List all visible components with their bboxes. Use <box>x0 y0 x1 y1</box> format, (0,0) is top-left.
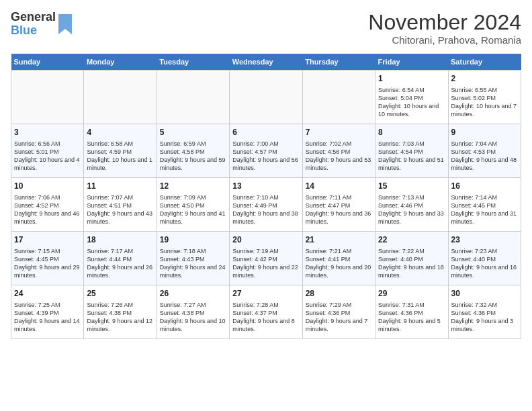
calendar-day-23: 23Sunrise: 7:23 AM Sunset: 4:40 PM Dayli… <box>448 232 521 285</box>
day-content: Sunrise: 7:13 AM Sunset: 4:46 PM Dayligh… <box>378 193 445 226</box>
day-content: Sunrise: 7:17 AM Sunset: 4:44 PM Dayligh… <box>87 247 153 280</box>
calendar-day-25: 25Sunrise: 7:26 AM Sunset: 4:38 PM Dayli… <box>84 285 157 339</box>
day-content: Sunrise: 7:04 AM Sunset: 4:53 PM Dayligh… <box>451 140 518 173</box>
day-content: Sunrise: 7:03 AM Sunset: 4:54 PM Dayligh… <box>378 140 445 173</box>
calendar-week-2: 3Sunrise: 6:56 AM Sunset: 5:01 PM Daylig… <box>11 124 521 178</box>
day-number: 20 <box>232 234 299 246</box>
day-number: 22 <box>378 234 445 246</box>
calendar-day-26: 26Sunrise: 7:27 AM Sunset: 4:38 PM Dayli… <box>157 285 229 339</box>
day-content: Sunrise: 7:26 AM Sunset: 4:38 PM Dayligh… <box>87 301 153 334</box>
day-content: Sunrise: 7:00 AM Sunset: 4:57 PM Dayligh… <box>232 140 299 173</box>
calendar-table: SundayMondayTuesdayWednesdayThursdayFrid… <box>11 54 521 339</box>
weekday-header-saturday: Saturday <box>448 54 521 71</box>
day-number: 7 <box>306 127 372 138</box>
day-content: Sunrise: 7:18 AM Sunset: 4:43 PM Dayligh… <box>160 247 226 280</box>
calendar-day-15: 15Sunrise: 7:13 AM Sunset: 4:46 PM Dayli… <box>375 178 448 232</box>
calendar-empty-cell <box>230 71 302 124</box>
calendar-day-29: 29Sunrise: 7:31 AM Sunset: 4:36 PM Dayli… <box>375 285 448 339</box>
calendar-week-3: 10Sunrise: 7:06 AM Sunset: 4:52 PM Dayli… <box>11 178 521 232</box>
calendar-day-20: 20Sunrise: 7:19 AM Sunset: 4:42 PM Dayli… <box>230 232 302 285</box>
weekday-header-thursday: Thursday <box>302 54 375 71</box>
day-number: 24 <box>14 288 81 300</box>
day-number: 8 <box>378 127 445 138</box>
day-number: 10 <box>14 181 81 192</box>
logo: General Blue <box>11 11 72 38</box>
calendar-day-17: 17Sunrise: 7:15 AM Sunset: 4:45 PM Dayli… <box>11 232 84 285</box>
calendar-day-13: 13Sunrise: 7:10 AM Sunset: 4:49 PM Dayli… <box>230 178 302 232</box>
day-content: Sunrise: 7:07 AM Sunset: 4:51 PM Dayligh… <box>87 193 153 226</box>
page-header: General Blue November 2024 Chitorani, Pr… <box>11 11 521 46</box>
day-content: Sunrise: 7:25 AM Sunset: 4:39 PM Dayligh… <box>14 301 81 334</box>
day-content: Sunrise: 7:15 AM Sunset: 4:45 PM Dayligh… <box>14 247 81 280</box>
calendar-day-5: 5Sunrise: 6:59 AM Sunset: 4:58 PM Daylig… <box>157 124 229 178</box>
day-content: Sunrise: 6:56 AM Sunset: 5:01 PM Dayligh… <box>14 140 81 173</box>
day-number: 16 <box>451 181 518 192</box>
calendar-day-1: 1Sunrise: 6:54 AM Sunset: 5:04 PM Daylig… <box>375 71 448 124</box>
weekday-header-friday: Friday <box>375 54 448 71</box>
day-number: 11 <box>87 181 153 192</box>
calendar-empty-cell <box>84 71 157 124</box>
day-number: 27 <box>232 288 299 300</box>
day-content: Sunrise: 7:27 AM Sunset: 4:38 PM Dayligh… <box>160 301 226 334</box>
day-number: 29 <box>378 288 445 300</box>
logo-line1: General <box>11 11 56 24</box>
calendar-day-14: 14Sunrise: 7:11 AM Sunset: 4:47 PM Dayli… <box>302 178 375 232</box>
calendar-day-21: 21Sunrise: 7:21 AM Sunset: 4:41 PM Dayli… <box>302 232 375 285</box>
calendar-week-4: 17Sunrise: 7:15 AM Sunset: 4:45 PM Dayli… <box>11 232 521 285</box>
day-content: Sunrise: 7:14 AM Sunset: 4:45 PM Dayligh… <box>451 193 518 226</box>
day-number: 30 <box>451 288 518 300</box>
day-number: 17 <box>14 234 81 246</box>
calendar-week-5: 24Sunrise: 7:25 AM Sunset: 4:39 PM Dayli… <box>11 285 521 339</box>
title-block: November 2024 Chitorani, Prahova, Romani… <box>368 11 521 46</box>
logo-line2: Blue <box>11 24 56 38</box>
calendar-day-16: 16Sunrise: 7:14 AM Sunset: 4:45 PM Dayli… <box>448 178 521 232</box>
calendar-day-11: 11Sunrise: 7:07 AM Sunset: 4:51 PM Dayli… <box>84 178 157 232</box>
calendar-day-28: 28Sunrise: 7:29 AM Sunset: 4:36 PM Dayli… <box>302 285 375 339</box>
calendar-day-4: 4Sunrise: 6:58 AM Sunset: 4:59 PM Daylig… <box>84 124 157 178</box>
calendar-day-30: 30Sunrise: 7:32 AM Sunset: 4:36 PM Dayli… <box>448 285 521 339</box>
day-number: 9 <box>451 127 518 138</box>
day-content: Sunrise: 7:11 AM Sunset: 4:47 PM Dayligh… <box>306 193 372 226</box>
calendar-empty-cell <box>302 71 375 124</box>
calendar-day-27: 27Sunrise: 7:28 AM Sunset: 4:37 PM Dayli… <box>230 285 302 339</box>
day-content: Sunrise: 7:32 AM Sunset: 4:36 PM Dayligh… <box>451 301 518 334</box>
day-content: Sunrise: 6:54 AM Sunset: 5:04 PM Dayligh… <box>378 86 445 119</box>
day-number: 3 <box>14 127 81 138</box>
weekday-header-sunday: Sunday <box>11 54 84 71</box>
calendar-day-3: 3Sunrise: 6:56 AM Sunset: 5:01 PM Daylig… <box>11 124 84 178</box>
calendar-day-8: 8Sunrise: 7:03 AM Sunset: 4:54 PM Daylig… <box>375 124 448 178</box>
calendar-day-12: 12Sunrise: 7:09 AM Sunset: 4:50 PM Dayli… <box>157 178 229 232</box>
day-content: Sunrise: 7:19 AM Sunset: 4:42 PM Dayligh… <box>232 247 299 280</box>
calendar-day-19: 19Sunrise: 7:18 AM Sunset: 4:43 PM Dayli… <box>157 232 229 285</box>
calendar-day-2: 2Sunrise: 6:55 AM Sunset: 5:02 PM Daylig… <box>448 71 521 124</box>
day-content: Sunrise: 7:10 AM Sunset: 4:49 PM Dayligh… <box>232 193 299 226</box>
logo-chevron-icon <box>58 14 72 34</box>
day-number: 12 <box>160 181 226 192</box>
day-content: Sunrise: 6:55 AM Sunset: 5:02 PM Dayligh… <box>451 86 518 119</box>
day-content: Sunrise: 7:31 AM Sunset: 4:36 PM Dayligh… <box>378 301 445 334</box>
day-content: Sunrise: 7:02 AM Sunset: 4:56 PM Dayligh… <box>306 140 372 173</box>
day-number: 18 <box>87 234 153 246</box>
day-content: Sunrise: 7:23 AM Sunset: 4:40 PM Dayligh… <box>451 247 518 280</box>
calendar-week-1: 1Sunrise: 6:54 AM Sunset: 5:04 PM Daylig… <box>11 71 521 124</box>
weekday-header-wednesday: Wednesday <box>230 54 302 71</box>
day-number: 13 <box>232 181 299 192</box>
day-number: 19 <box>160 234 226 246</box>
calendar-day-7: 7Sunrise: 7:02 AM Sunset: 4:56 PM Daylig… <box>302 124 375 178</box>
weekday-header-monday: Monday <box>84 54 157 71</box>
day-number: 4 <box>87 127 153 138</box>
day-number: 21 <box>306 234 372 246</box>
day-content: Sunrise: 7:22 AM Sunset: 4:40 PM Dayligh… <box>378 247 445 280</box>
month-title: November 2024 <box>368 11 521 34</box>
day-number: 1 <box>378 73 445 85</box>
day-number: 26 <box>160 288 226 300</box>
weekday-header-row: SundayMondayTuesdayWednesdayThursdayFrid… <box>11 54 521 71</box>
day-number: 5 <box>160 127 226 138</box>
calendar-empty-cell <box>157 71 229 124</box>
location-subtitle: Chitorani, Prahova, Romania <box>368 34 521 46</box>
day-number: 15 <box>378 181 445 192</box>
day-content: Sunrise: 7:21 AM Sunset: 4:41 PM Dayligh… <box>306 247 372 280</box>
calendar-day-10: 10Sunrise: 7:06 AM Sunset: 4:52 PM Dayli… <box>11 178 84 232</box>
svg-marker-0 <box>58 14 72 34</box>
calendar-day-9: 9Sunrise: 7:04 AM Sunset: 4:53 PM Daylig… <box>448 124 521 178</box>
